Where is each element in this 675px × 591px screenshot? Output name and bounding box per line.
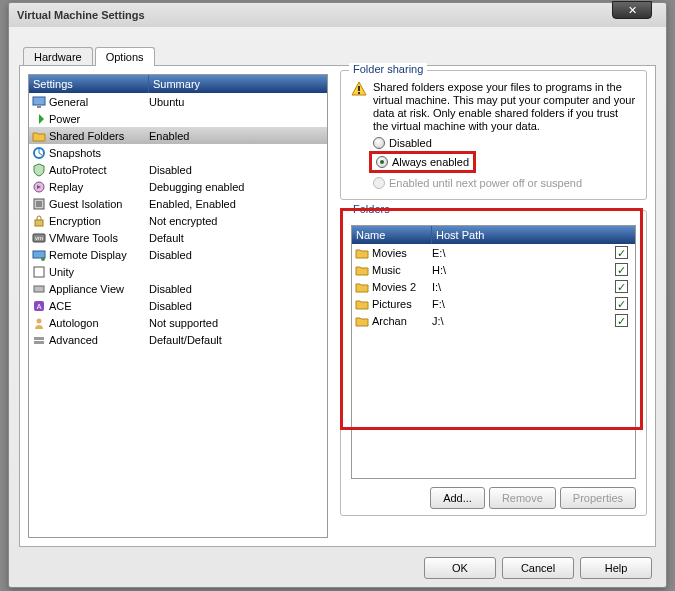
list-item[interactable]: Snapshots — [29, 144, 327, 161]
folder-row[interactable]: MusicH:\ — [352, 261, 635, 278]
settings-item-name: Snapshots — [49, 147, 149, 159]
settings-item-name: Replay — [49, 181, 149, 193]
svg-point-15 — [37, 318, 42, 323]
radio-label: Always enabled — [392, 156, 469, 168]
folder-checkbox[interactable] — [615, 263, 629, 276]
settings-item-summary: Not supported — [149, 317, 327, 329]
folder-sharing-legend: Folder sharing — [349, 63, 427, 75]
folder-name: Archan — [372, 315, 432, 327]
tab-hardware[interactable]: Hardware — [23, 47, 93, 66]
settings-item-summary: Disabled — [149, 300, 327, 312]
folder-path: F:\ — [432, 298, 615, 310]
svg-rect-17 — [34, 341, 44, 344]
svg-text:vm: vm — [35, 235, 43, 241]
radio-icon — [373, 137, 385, 149]
svg-rect-6 — [35, 220, 43, 226]
svg-rect-9 — [33, 251, 45, 258]
list-item[interactable]: AutologonNot supported — [29, 314, 327, 331]
radio-label: Enabled until next power off or suspend — [389, 177, 582, 189]
tools-icon: vm — [31, 230, 47, 246]
folder-path: I:\ — [432, 281, 615, 293]
list-item[interactable]: vmVMware ToolsDefault — [29, 229, 327, 246]
folder-icon — [354, 245, 370, 261]
folder-row[interactable]: MoviesE:\ — [352, 244, 635, 261]
folder-row[interactable]: Movies 2I:\ — [352, 278, 635, 295]
help-button[interactable]: Help — [580, 557, 652, 579]
dialog-title: Virtual Machine Settings — [17, 9, 145, 21]
svg-rect-11 — [34, 267, 44, 277]
ok-button[interactable]: OK — [424, 557, 496, 579]
folder-path: J:\ — [432, 315, 615, 327]
folder-checkbox[interactable] — [615, 314, 629, 327]
list-item[interactable]: Remote DisplayDisabled — [29, 246, 327, 263]
svg-rect-19 — [358, 92, 360, 94]
settings-item-summary: Not encrypted — [149, 215, 327, 227]
radio-disabled[interactable]: Disabled — [373, 137, 636, 149]
folder-icon — [354, 279, 370, 295]
settings-list-header: Settings Summary — [29, 75, 327, 93]
settings-item-name: Power — [49, 113, 149, 125]
folder-icon — [31, 128, 47, 144]
svg-rect-1 — [37, 106, 41, 108]
svg-rect-0 — [33, 97, 45, 105]
settings-item-name: VMware Tools — [49, 232, 149, 244]
col-summary[interactable]: Summary — [149, 75, 327, 93]
col-name[interactable]: Name — [352, 226, 432, 244]
folder-checkbox[interactable] — [615, 280, 629, 293]
settings-item-name: Remote Display — [49, 249, 149, 261]
ace-icon: A — [31, 298, 47, 314]
monitor-icon — [31, 94, 47, 110]
col-settings[interactable]: Settings — [29, 75, 149, 93]
tab-content-options: Settings Summary GeneralUbuntuPowerShare… — [19, 65, 656, 547]
folder-row[interactable]: ArchanJ:\ — [352, 312, 635, 329]
power-icon — [31, 111, 47, 127]
appliance-icon — [31, 281, 47, 297]
svg-text:A: A — [37, 303, 42, 310]
properties-button: Properties — [560, 487, 636, 509]
list-item[interactable]: Unity — [29, 263, 327, 280]
folder-path: E:\ — [432, 247, 615, 259]
shield-icon — [31, 162, 47, 178]
folder-name: Movies 2 — [372, 281, 432, 293]
list-item[interactable]: Guest IsolationEnabled, Enabled — [29, 195, 327, 212]
list-item[interactable]: EncryptionNot encrypted — [29, 212, 327, 229]
warning-icon — [351, 81, 367, 97]
folder-checkbox[interactable] — [615, 297, 629, 310]
advanced-icon — [31, 332, 47, 348]
unity-icon — [31, 264, 47, 280]
add-button[interactable]: Add... — [430, 487, 485, 509]
radio-label: Disabled — [389, 137, 432, 149]
folder-checkbox[interactable] — [615, 246, 629, 259]
settings-item-summary: Disabled — [149, 164, 327, 176]
folders-list-header: Name Host Path — [352, 226, 635, 244]
close-button[interactable]: ✕ — [612, 1, 652, 19]
list-item[interactable]: AutoProtectDisabled — [29, 161, 327, 178]
list-item[interactable]: ReplayDebugging enabled — [29, 178, 327, 195]
settings-item-name: General — [49, 96, 149, 108]
settings-item-summary: Ubuntu — [149, 96, 327, 108]
settings-item-name: ACE — [49, 300, 149, 312]
list-item[interactable]: GeneralUbuntu — [29, 93, 327, 110]
folder-name: Movies — [372, 247, 432, 259]
list-item[interactable]: Shared FoldersEnabled — [29, 127, 327, 144]
folder-name: Pictures — [372, 298, 432, 310]
settings-item-summary: Enabled — [149, 130, 327, 142]
remote-icon — [31, 247, 47, 263]
remove-button: Remove — [489, 487, 556, 509]
list-item[interactable]: AdvancedDefault/Default — [29, 331, 327, 348]
tab-options[interactable]: Options — [95, 47, 155, 66]
radio-always-enabled[interactable]: Always enabled — [376, 156, 469, 168]
list-item[interactable]: AACEDisabled — [29, 297, 327, 314]
list-item[interactable]: Power — [29, 110, 327, 127]
settings-item-name: Encryption — [49, 215, 149, 227]
folder-row[interactable]: PicturesF:\ — [352, 295, 635, 312]
svg-point-10 — [41, 257, 45, 261]
autologon-icon — [31, 315, 47, 331]
svg-rect-16 — [34, 337, 44, 340]
folder-name: Music — [372, 264, 432, 276]
folders-list: Name Host Path MoviesE:\MusicH:\Movies 2… — [351, 225, 636, 479]
col-hostpath[interactable]: Host Path — [432, 226, 635, 244]
settings-item-name: Autologon — [49, 317, 149, 329]
cancel-button[interactable]: Cancel — [502, 557, 574, 579]
list-item[interactable]: Appliance ViewDisabled — [29, 280, 327, 297]
